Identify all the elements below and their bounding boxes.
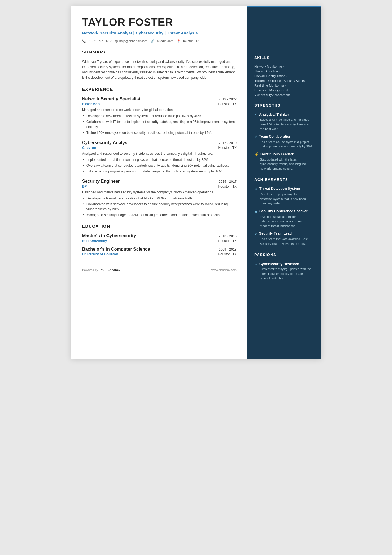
email-icon: @ xyxy=(115,39,118,43)
exp-bullets-bp: Developed a firewall configuration that … xyxy=(82,196,237,218)
passion-desc-0: Dedicated to staying updated with the la… xyxy=(254,267,313,281)
linkedin-icon: 🔗 xyxy=(151,39,155,43)
summary-section: SUMMARY With over 7 years of experience … xyxy=(82,50,237,81)
bullet-item: Managed a security budget of $2M, optimi… xyxy=(82,213,237,218)
exp-desc-chevron: Analyzed and responded to security incid… xyxy=(82,151,237,156)
linkedin-item: 🔗 linkedin.com xyxy=(151,39,173,43)
exp-company-row-exxon: ExxonMobil Houston, TX xyxy=(82,102,237,106)
resume-container: TAYLOR FOSTER Network Security Analyst |… xyxy=(71,6,321,359)
edu-school-row-rice: Rice University Houston, TX xyxy=(82,239,237,243)
email-value: help@enhancv.com xyxy=(119,39,147,43)
bullet-item: Trained 50+ employees on best security p… xyxy=(82,130,237,135)
exp-bullets-chevron: Implemented a real-time monitoring syste… xyxy=(82,157,237,174)
exp-job-title-bp: Security Engineer xyxy=(82,179,120,184)
checkmark-icon: ✔ xyxy=(254,135,257,139)
bullet-item: Developed a firewall configuration that … xyxy=(82,196,237,201)
exp-entry-bp: Security Engineer 2015 - 2017 BP Houston… xyxy=(82,179,237,218)
experience-title: EXPERIENCE xyxy=(82,87,237,93)
edu-school-houston: University of Houston xyxy=(82,252,118,256)
passions-title: PASSIONS xyxy=(254,253,313,258)
edu-degree-rice: Master's in Cybersecurity xyxy=(82,233,136,238)
strength-header-1: ✔ Team Collaboration xyxy=(254,135,313,139)
footer: Powered by Enhancv www.enhancv.com xyxy=(82,265,237,272)
linkedin-value: linkedin.com xyxy=(156,39,173,43)
exp-header-exxon: Network Security Specialist 2019 - 2022 xyxy=(82,97,237,102)
right-column: SKILLS Network Monitoring · Threat Detec… xyxy=(247,6,321,359)
strength-item-1: ✔ Team Collaboration Led a team of 5 ana… xyxy=(254,135,313,149)
achievements-section: ACHIEVEMENTS ⚙ Threat Detection System D… xyxy=(254,177,313,246)
exp-desc-exxon: Managed and monitored network security f… xyxy=(82,107,237,112)
strength-item-0: ✔ Analytical Thinker Successfully identi… xyxy=(254,112,313,131)
lightning-icon: ⚡ xyxy=(254,152,259,156)
exp-company-row-chevron: Chevron Houston, TX xyxy=(82,146,237,150)
exp-company-bp: BP xyxy=(82,184,87,188)
exp-location-exxon: Houston, TX xyxy=(218,102,237,106)
achievement-item-2: ✔ Security Team Lead Led a team that was… xyxy=(254,231,313,246)
bullet-item: Oversaw a team that conducted quarterly … xyxy=(82,163,237,168)
bullet-item: Collaborated with software developers to… xyxy=(82,202,237,212)
edu-location-rice: Houston, TX xyxy=(218,239,237,243)
passion-item-0: ⚙ Cybersecurity Research Dedicated to st… xyxy=(254,262,313,281)
location-item: 📍 Houston, TX xyxy=(177,39,200,43)
bullet-item: Initiated a company-wide password update… xyxy=(82,169,237,174)
exp-job-title-exxon: Network Security Specialist xyxy=(82,97,140,102)
exp-location-chevron: Houston, TX xyxy=(218,146,237,150)
achievement-item-0: ⚙ Threat Detection System Developed a pr… xyxy=(254,187,313,206)
achievement-title-2: Security Team Lead xyxy=(259,231,292,235)
achievement-item-1: ★ Security Conference Speaker Invited to… xyxy=(254,209,313,228)
strengths-section: STRENGTHS ✔ Analytical Thinker Successfu… xyxy=(254,103,313,171)
passions-section: PASSIONS ⚙ Cybersecurity Research Dedica… xyxy=(254,253,313,281)
bullet-item: Collaborated with IT teams to implement … xyxy=(82,119,237,129)
left-column: TAYLOR FOSTER Network Security Analyst |… xyxy=(71,6,247,359)
passion-title-0: Cybersecurity Research xyxy=(259,262,299,266)
exp-date-exxon: 2019 - 2022 xyxy=(219,97,237,101)
footer-website: www.enhancv.com xyxy=(211,268,237,272)
experience-section: EXPERIENCE Network Security Specialist 2… xyxy=(82,87,237,218)
bullet-item: Implemented a real-time monitoring syste… xyxy=(82,157,237,162)
candidate-name: TAYLOR FOSTER xyxy=(82,17,237,28)
exp-job-title-chevron: Cybersecurity Analyst xyxy=(82,140,129,145)
exp-bullets-exxon: Developed a new threat detection system … xyxy=(82,114,237,135)
strength-title-1: Team Collaboration xyxy=(259,135,291,139)
exp-entry-exxon: Network Security Specialist 2019 - 2022 … xyxy=(82,97,237,135)
phone-value: +1-541-754-3010 xyxy=(87,39,112,43)
candidate-title: Network Security Analyst | Cybersecurity… xyxy=(82,30,237,36)
powered-by-label: Powered by xyxy=(82,268,98,272)
education-title: EDUCATION xyxy=(82,224,237,230)
edu-date-houston: 2009 - 2013 xyxy=(219,248,237,251)
edu-header-rice: Master's in Cybersecurity 2013 - 2015 xyxy=(82,233,237,238)
edu-school-rice: Rice University xyxy=(82,239,107,243)
skill-item: Real-time Monitoring · xyxy=(254,84,313,87)
achievement-title-1: Security Conference Speaker xyxy=(259,209,308,213)
exp-company-exxon: ExxonMobil xyxy=(82,102,101,106)
exp-date-bp: 2015 - 2017 xyxy=(219,180,237,184)
achievement-header-0: ⚙ Threat Detection System xyxy=(254,187,313,191)
edu-location-houston: Houston, TX xyxy=(218,252,237,256)
exp-date-chevron: 2017 - 2019 xyxy=(219,141,237,145)
achievement-desc-1: Invited to speak at a major cybersecurit… xyxy=(254,214,313,228)
footer-brand-name: Enhancv xyxy=(108,268,120,272)
strength-header-0: ✔ Analytical Thinker xyxy=(254,112,313,117)
achievement-header-1: ★ Security Conference Speaker xyxy=(254,209,313,214)
gear-icon: ⚙ xyxy=(254,187,258,191)
bullet-item: Developed a new threat detection system … xyxy=(82,114,237,119)
contact-row: 📞 +1-541-754-3010 @ help@enhancv.com 🔗 l… xyxy=(82,39,237,43)
passion-header-0: ⚙ Cybersecurity Research xyxy=(254,262,313,266)
achievement-desc-0: Developed a proprietary threat detection… xyxy=(254,192,313,206)
achievement-header-2: ✔ Security Team Lead xyxy=(254,231,313,236)
summary-title: SUMMARY xyxy=(82,50,237,56)
exp-location-bp: Houston, TX xyxy=(218,184,237,188)
strength-title-0: Analytical Thinker xyxy=(259,113,289,117)
achievement-desc-2: Led a team that was awarded 'Best Securi… xyxy=(254,237,313,246)
skill-item: Threat Detection · xyxy=(254,70,313,73)
location-value: Houston, TX xyxy=(182,39,200,43)
skills-title: SKILLS xyxy=(254,56,313,61)
top-accent xyxy=(247,6,321,7)
footer-brand: Powered by Enhancv xyxy=(82,268,120,272)
skills-section: SKILLS Network Monitoring · Threat Detec… xyxy=(254,56,313,97)
edu-school-row-houston: University of Houston Houston, TX xyxy=(82,252,237,256)
skill-item: Incident Response · Security Audits · xyxy=(254,79,313,82)
edu-header-houston: Bachelor's in Computer Science 2009 - 20… xyxy=(82,247,237,252)
strength-header-2: ⚡ Continuous Learner xyxy=(254,152,313,156)
exp-header-bp: Security Engineer 2015 - 2017 xyxy=(82,179,237,184)
